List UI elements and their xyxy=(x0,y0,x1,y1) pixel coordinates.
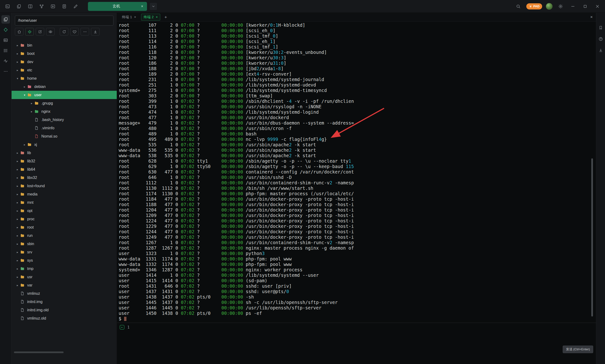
tree-item[interactable]: ▸ usr xyxy=(12,273,117,281)
tree-item[interactable]: ▸ nginx xyxy=(12,107,117,116)
tree-item[interactable]: ▸ root xyxy=(12,223,117,231)
external-link-icon[interactable] xyxy=(36,28,44,36)
chevron-icon[interactable]: ▸ xyxy=(15,284,20,287)
eye-icon[interactable] xyxy=(46,28,55,36)
path-input[interactable] xyxy=(15,16,114,26)
close-icon[interactable]: × xyxy=(590,15,593,20)
help-icon[interactable] xyxy=(598,36,604,42)
flow-icon[interactable] xyxy=(37,2,46,11)
tree-item[interactable]: initrd.img xyxy=(12,298,117,306)
more-icon[interactable] xyxy=(81,28,89,36)
close-icon[interactable]: × xyxy=(156,15,158,19)
vertical-scrollbar[interactable] xyxy=(591,158,593,316)
pad-badge[interactable]: PAD xyxy=(526,3,542,10)
tree-item[interactable]: ▸ tmp xyxy=(12,264,117,273)
tree-item[interactable]: vmlinuz.old xyxy=(12,314,117,322)
tree-item[interactable]: ▸ libx32 xyxy=(12,173,117,182)
more-icon[interactable] xyxy=(1,67,10,76)
chevron-icon[interactable]: ▸ xyxy=(15,176,20,179)
chevron-icon[interactable]: ▸ xyxy=(22,85,27,88)
chevron-icon[interactable]: ▸ xyxy=(29,102,34,105)
nodes-icon[interactable] xyxy=(1,26,10,34)
chevron-icon[interactable]: ▸ xyxy=(15,242,20,246)
chevron-icon[interactable]: ▸ xyxy=(22,143,27,146)
chevron-icon[interactable]: ▸ xyxy=(15,184,20,188)
chevron-icon[interactable]: ▸ xyxy=(15,60,20,64)
command-input[interactable] xyxy=(133,324,591,350)
edit-icon[interactable] xyxy=(71,2,80,11)
avatar[interactable] xyxy=(546,3,553,10)
home-icon[interactable] xyxy=(15,28,23,36)
close-icon[interactable]: × xyxy=(134,15,136,19)
terminal-icon[interactable] xyxy=(3,2,12,11)
tree-item[interactable]: .bash_history xyxy=(12,116,117,124)
download-icon[interactable] xyxy=(91,28,100,36)
tree-item[interactable]: ▾ home xyxy=(12,74,117,82)
tree-item[interactable]: ▸ var xyxy=(12,281,117,289)
chevron-icon[interactable]: ▸ xyxy=(15,275,20,279)
tree-item[interactable]: ▸ run xyxy=(12,231,117,240)
chevron-icon[interactable]: ▸ xyxy=(15,44,20,47)
terminal-tab[interactable]: 终端 1× xyxy=(119,14,139,21)
chevron-icon[interactable]: ▸ xyxy=(15,209,20,212)
chevron-icon[interactable]: ▸ xyxy=(15,193,20,196)
list-icon[interactable] xyxy=(1,46,10,55)
tree-item[interactable]: ▾ user xyxy=(12,91,117,99)
tree-item[interactable]: ▸ opt xyxy=(12,207,117,215)
send-button[interactable]: 发送 (Ctrl+Enter) xyxy=(563,346,593,353)
tree-item[interactable]: ▸ boot xyxy=(12,49,117,58)
activity-icon[interactable] xyxy=(1,57,10,65)
tree-item[interactable]: ▸ mnt xyxy=(12,198,117,207)
refresh-icon[interactable] xyxy=(60,28,68,36)
chevron-icon[interactable]: ▸ xyxy=(15,68,20,72)
close-button[interactable] xyxy=(593,2,602,11)
tree-item[interactable]: ▸ lib xyxy=(12,149,117,157)
chevron-icon[interactable]: ▸ xyxy=(15,151,20,155)
tree-item[interactable]: ▸ dev xyxy=(12,58,117,66)
horizontal-scrollbar[interactable] xyxy=(14,351,64,353)
chevron-icon[interactable]: ▸ xyxy=(15,267,20,270)
tree-item[interactable]: ▸ media xyxy=(12,190,117,198)
chevron-icon[interactable]: ▸ xyxy=(15,52,20,55)
chevron-icon[interactable]: ▾ xyxy=(15,77,20,80)
tree-item[interactable]: ▸ proc xyxy=(12,215,117,223)
chevron-icon[interactable]: ▸ xyxy=(15,226,20,229)
tree-item[interactable]: initrd.img.old xyxy=(12,306,117,314)
tree-item[interactable]: vmlinuz xyxy=(12,289,117,298)
chevron-icon[interactable]: ▸ xyxy=(15,168,20,171)
notes-icon[interactable] xyxy=(60,2,68,11)
tree-item[interactable]: ▸ debian xyxy=(12,82,117,91)
chevron-icon[interactable]: ▸ xyxy=(15,159,20,163)
tree-item[interactable]: ▸ sbin xyxy=(12,240,117,248)
files-icon[interactable] xyxy=(15,2,23,11)
explorer-icon[interactable] xyxy=(1,15,10,24)
markdown-icon[interactable] xyxy=(1,36,10,44)
tree-item[interactable]: ▸ lib32 xyxy=(12,157,117,165)
chevron-icon[interactable]: ▸ xyxy=(29,110,34,113)
search-icon[interactable] xyxy=(514,2,523,11)
chevron-icon[interactable]: ▸ xyxy=(15,218,20,221)
maximize-button[interactable] xyxy=(581,2,589,11)
tree-item[interactable]: ▸ .gnupg xyxy=(12,99,117,107)
tree-item[interactable]: ▸ srv xyxy=(12,248,117,256)
tree-item[interactable]: ▸ sys xyxy=(12,256,117,264)
chevron-down-icon[interactable] xyxy=(150,3,157,10)
terminal-tab[interactable]: 终端 2× xyxy=(141,14,160,21)
bookmark-icon[interactable] xyxy=(598,25,604,31)
tree-item[interactable]: .viminfo xyxy=(12,124,117,132)
gear-icon[interactable] xyxy=(556,2,565,11)
chevron-icon[interactable]: ▸ xyxy=(15,250,20,254)
download-icon[interactable] xyxy=(598,47,604,53)
session-tab[interactable]: 玄机 × xyxy=(88,2,147,11)
tree-item[interactable]: ▸ xj xyxy=(12,140,117,149)
heart-icon[interactable] xyxy=(70,28,79,36)
chevron-icon[interactable]: ▸ xyxy=(15,201,20,204)
close-icon[interactable]: × xyxy=(141,4,143,9)
minimize-button[interactable] xyxy=(569,2,577,11)
new-terminal-button[interactable]: + xyxy=(163,14,169,20)
tree-item[interactable]: ▸ lib64 xyxy=(12,165,117,173)
chevron-icon[interactable]: ▸ xyxy=(15,234,20,237)
tree-item[interactable]: ▸ lost+found xyxy=(12,182,117,190)
target-icon[interactable] xyxy=(25,28,34,36)
tree-item[interactable]: ▸ etc xyxy=(12,66,117,74)
